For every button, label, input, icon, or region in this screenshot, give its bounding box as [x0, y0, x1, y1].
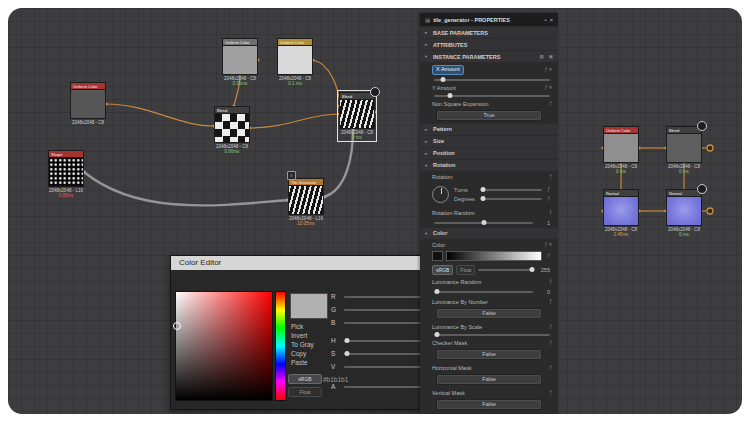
- section-label: Color: [433, 230, 553, 236]
- node-uniform-color-4[interactable]: Uniform Color 2048x2048 - C8 0 ms: [603, 126, 639, 174]
- options-icon[interactable]: ≡: [549, 242, 552, 247]
- color-gradient-bar[interactable]: [446, 251, 542, 261]
- current-color-swatch: [290, 293, 328, 319]
- pick-button[interactable]: Pick: [291, 322, 314, 331]
- function-icon[interactable]: ƒ: [545, 85, 548, 90]
- function-icon[interactable]: ƒ: [547, 187, 550, 192]
- chevron-down-icon: ▾: [425, 54, 430, 59]
- x-amount-row: X Amount ƒ ≡: [420, 62, 558, 75]
- hue-strip[interactable]: [275, 291, 286, 401]
- section-label: Pattern: [433, 126, 553, 132]
- rotation-control: Turns ƒ Degrees ƒ: [420, 180, 558, 207]
- non-square-expansion-toggle[interactable]: True: [436, 110, 542, 121]
- horizontal-mask-toggle[interactable]: False: [436, 374, 542, 385]
- section-pattern[interactable]: ▸ Pattern: [420, 124, 558, 135]
- luminance-by-number-toggle[interactable]: False: [436, 308, 542, 319]
- function-icon[interactable]: ƒ: [549, 210, 552, 215]
- panel-list-icon[interactable]: ▤: [425, 17, 430, 23]
- section-size[interactable]: ▸ Size: [420, 136, 558, 147]
- degrees-slider[interactable]: Degrees ƒ: [454, 196, 550, 202]
- options-icon[interactable]: ≡: [549, 85, 552, 90]
- srgb-toggle[interactable]: sRGB: [288, 374, 322, 384]
- saturation-value-picker[interactable]: [175, 291, 273, 401]
- node-header: Shape: [48, 150, 84, 157]
- function-icon[interactable]: ƒ: [549, 340, 552, 345]
- section-color[interactable]: ▾ Color: [420, 228, 558, 239]
- color-gradient-row: ƒ: [420, 248, 558, 262]
- float-toggle[interactable]: Float: [456, 265, 475, 275]
- color-label: Color: [432, 242, 543, 248]
- luminance-random-value: 0: [537, 289, 550, 295]
- function-icon[interactable]: ƒ: [545, 242, 548, 247]
- gradient-start-swatch[interactable]: [432, 251, 443, 261]
- function-icon[interactable]: ƒ: [547, 253, 550, 258]
- horizontal-mask-label: Horizontal Mask: [432, 365, 547, 371]
- grid-view-icon[interactable]: ▦: [539, 54, 543, 59]
- y-amount-slider[interactable]: [420, 91, 558, 98]
- function-icon[interactable]: ƒ: [545, 67, 548, 72]
- x-amount-slider[interactable]: [420, 75, 558, 82]
- function-icon[interactable]: ƒ: [547, 196, 550, 201]
- node-uniform-color-2[interactable]: Uniform Color 2048x2048 - C8 0.35ms: [222, 38, 258, 86]
- color-alpha-row: sRGB Float 255: [420, 262, 558, 276]
- node-time-label: 0 ms: [339, 135, 375, 140]
- luminance-by-scale-slider[interactable]: [420, 330, 558, 337]
- node-blend-2-selected[interactable]: Blend 2048x2048 - C8 0 ms: [339, 92, 375, 140]
- to-gray-button[interactable]: To Gray: [291, 340, 314, 349]
- function-icon[interactable]: ƒ: [549, 101, 552, 106]
- function-icon[interactable]: ƒ: [549, 390, 552, 395]
- function-icon[interactable]: ƒ: [549, 279, 552, 284]
- node-uniform-color-1[interactable]: Uniform Color 2048x2048 - C8: [70, 82, 106, 125]
- close-icon[interactable]: ×: [550, 17, 553, 23]
- y-amount-row: Y Amount ƒ ≡: [420, 82, 558, 91]
- node-normal-2[interactable]: Normal 2048x2048 - C8 0 ms: [666, 189, 702, 237]
- section-label: ATTRIBUTES: [433, 42, 553, 48]
- node-graph-canvas[interactable]: Uniform Color 2048x2048 - C8 Uniform Col…: [8, 8, 742, 414]
- chevron-right-icon: ▸: [425, 42, 430, 47]
- pin-icon[interactable]: ▪: [545, 17, 547, 23]
- paste-button[interactable]: Paste: [291, 358, 314, 367]
- section-attributes[interactable]: ▸ ATTRIBUTES: [420, 39, 558, 50]
- node-blend-3[interactable]: Blend 2048x2048 - C8 0 ms: [666, 126, 702, 174]
- node-time-label: 0.35ms: [222, 81, 258, 86]
- node-thumbnail: [48, 157, 84, 187]
- section-rotation[interactable]: ▾ Rotation: [420, 160, 558, 171]
- node-header: Uniform Color: [222, 38, 258, 45]
- function-icon[interactable]: ƒ: [549, 365, 552, 370]
- alpha-value: 255: [537, 267, 550, 273]
- function-icon[interactable]: ƒ: [549, 299, 552, 304]
- rotation-random-slider[interactable]: 1: [420, 216, 558, 227]
- color-row: Color ƒ ≡: [420, 239, 558, 248]
- function-icon[interactable]: ƒ: [549, 174, 552, 179]
- vertical-mask-toggle[interactable]: False: [436, 399, 542, 410]
- section-position[interactable]: ▸ Position: [420, 148, 558, 159]
- function-icon[interactable]: ƒ: [549, 324, 552, 329]
- rotation-dial[interactable]: [432, 186, 449, 203]
- luminance-by-number-row: Luminance By Number ƒ: [420, 296, 558, 305]
- luminance-random-slider[interactable]: 0: [420, 285, 558, 296]
- section-instance-parameters[interactable]: ▾ INSTANCE PARAMETERS ▦ ▣: [420, 51, 558, 62]
- options-icon[interactable]: ≡: [549, 67, 552, 72]
- tab-view-icon[interactable]: ▣: [549, 54, 553, 59]
- srgb-toggle[interactable]: sRGB: [432, 265, 453, 275]
- x-amount-label[interactable]: X Amount: [432, 65, 464, 75]
- float-toggle[interactable]: Float: [288, 387, 322, 397]
- luminance-by-scale-row: Luminance By Scale ƒ: [420, 321, 558, 330]
- alpha-slider[interactable]: [478, 269, 534, 271]
- section-label: INSTANCE PARAMETERS: [433, 54, 534, 60]
- node-blend-1[interactable]: Blend 2048x2048 - C8 0.66ms: [214, 106, 250, 154]
- node-thumbnail: [288, 185, 324, 215]
- node-thumbnail: [603, 196, 639, 226]
- section-base-parameters[interactable]: ▸ BASE PARAMETERS: [420, 27, 558, 38]
- turns-slider[interactable]: Turns ƒ: [454, 187, 550, 193]
- luminance-by-number-label: Luminance By Number: [432, 299, 547, 305]
- copy-button[interactable]: Copy: [291, 349, 314, 358]
- node-header: Uniform Color: [70, 82, 106, 89]
- node-time-label: 2.45ms: [603, 232, 639, 237]
- node-uniform-color-3[interactable]: Uniform Color 2048x2048 - C8 0.1 ms: [277, 38, 313, 86]
- node-tile-generator[interactable]: ≡ Tile Generator 2048x2048 - L16 10.05ms: [288, 178, 324, 226]
- invert-button[interactable]: Invert: [291, 331, 314, 340]
- node-normal-1[interactable]: Normal 2048x2048 - C8 2.45ms: [603, 189, 639, 237]
- checker-mask-toggle[interactable]: False: [436, 349, 542, 360]
- node-shape[interactable]: Shape 2048x2048 - L16 0.05ms: [48, 150, 84, 198]
